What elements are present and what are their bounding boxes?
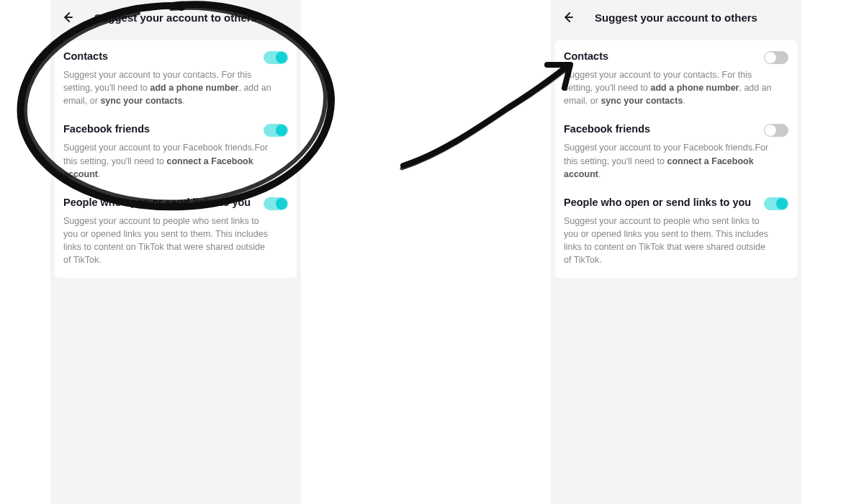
setting-desc: Suggest your account to your contacts. F… bbox=[63, 68, 272, 107]
setting-facebook: Facebook friends Suggest your account to… bbox=[63, 123, 288, 180]
setting-desc: Suggest your account to your Facebook fr… bbox=[564, 141, 773, 180]
setting-title: People who open or send links to you bbox=[564, 197, 764, 208]
setting-title: Contacts bbox=[564, 50, 764, 62]
setting-facebook: Facebook friends Suggest your account to… bbox=[564, 123, 788, 180]
toggle-facebook[interactable] bbox=[264, 124, 288, 137]
setting-links: People who open or send links to you Sug… bbox=[564, 197, 788, 267]
settings-card: Contacts Suggest your account to your co… bbox=[555, 40, 797, 278]
setting-title: Facebook friends bbox=[63, 123, 264, 135]
back-button[interactable] bbox=[58, 7, 78, 27]
setting-title: People who open or send links to you bbox=[63, 197, 264, 208]
link-sync-contacts[interactable]: sync your contacts bbox=[600, 96, 683, 106]
page-title: Suggest your account to others bbox=[50, 12, 301, 24]
setting-desc: Suggest your account to your Facebook fr… bbox=[63, 141, 272, 180]
setting-title: Facebook friends bbox=[564, 123, 764, 135]
setting-links: People who open or send links to you Sug… bbox=[63, 197, 288, 267]
phone-after: Suggest your account to others Contacts … bbox=[551, 0, 801, 504]
toggle-facebook[interactable] bbox=[764, 124, 788, 137]
setting-desc: Suggest your account to your contacts. F… bbox=[564, 68, 773, 107]
toggle-links[interactable] bbox=[264, 197, 288, 210]
back-arrow-icon bbox=[562, 11, 575, 24]
app-header: Suggest your account to others bbox=[551, 0, 801, 35]
setting-contacts: Contacts Suggest your account to your co… bbox=[564, 50, 788, 107]
toggle-contacts[interactable] bbox=[264, 51, 288, 64]
toggle-contacts[interactable] bbox=[764, 51, 788, 64]
link-add-phone[interactable]: add a phone number bbox=[651, 83, 739, 93]
arrow-annotation-icon bbox=[402, 65, 570, 168]
app-header: Suggest your account to others bbox=[50, 0, 301, 35]
page-title: Suggest your account to others bbox=[551, 12, 801, 24]
link-sync-contacts[interactable]: sync your contacts bbox=[100, 96, 182, 106]
setting-desc: Suggest your account to people who sent … bbox=[564, 215, 773, 267]
phone-before: Suggest your account to others Contacts … bbox=[50, 0, 301, 504]
settings-card: Contacts Suggest your account to your co… bbox=[55, 40, 297, 278]
link-add-phone[interactable]: add a phone number bbox=[150, 83, 239, 93]
back-button[interactable] bbox=[558, 7, 578, 27]
back-arrow-icon bbox=[61, 11, 74, 24]
setting-contacts: Contacts Suggest your account to your co… bbox=[63, 50, 288, 107]
setting-desc: Suggest your account to people who sent … bbox=[63, 215, 272, 267]
toggle-links[interactable] bbox=[764, 197, 788, 210]
setting-title: Contacts bbox=[63, 50, 264, 62]
